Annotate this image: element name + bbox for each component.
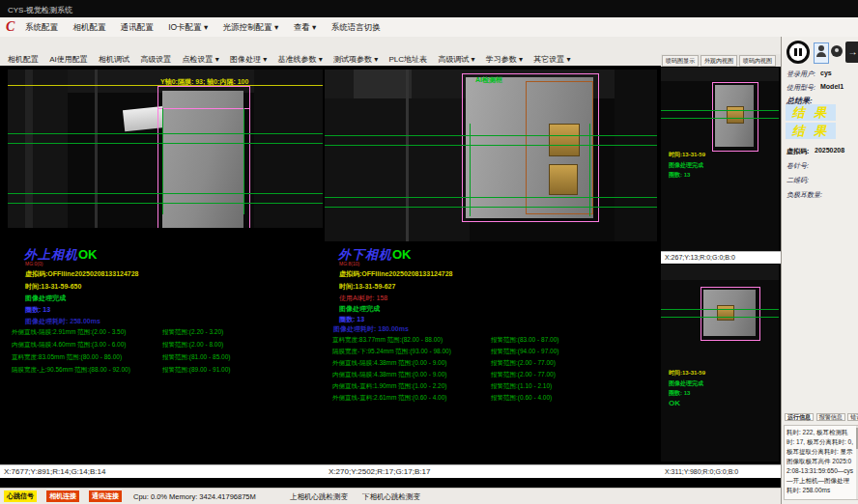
ruler-label: Y轴0:隔膜: 93; 轴0:内隔: 100 — [160, 77, 248, 87]
left-camera-status-line: X:7677;Y:891;R:14;G:14;B:14 — [0, 464, 327, 478]
side-top-line-1: 图像处理完成 — [669, 161, 703, 170]
log-tabs: 运行信息 报警信息 错误信息 — [785, 413, 858, 422]
result-badge-2: 结 果 — [786, 123, 836, 139]
result-badge-1: 结 果 — [786, 104, 836, 121]
model-value: Model1 — [820, 83, 844, 90]
tool-plc-address[interactable]: PLC地址表 — [388, 55, 427, 64]
side-tab-2[interactable]: 外观内视图 — [701, 55, 737, 67]
camera-connect-badge: 相机连接 — [46, 490, 79, 502]
user-login-button[interactable] — [814, 42, 829, 64]
menu-system-config[interactable]: 系统配置 — [25, 22, 58, 32]
menu-items: 系统配置 相机配置 通讯配置 IO卡配置 ▾ 光源控制配置 ▾ 查看 ▾ 系统语… — [25, 22, 393, 34]
comm-connect-badge: 通讯连接 — [89, 490, 122, 502]
qr-code-label: 二维码: — [786, 176, 809, 185]
lower-meas-1: 直料宽度:83.77mm 范围:(82.00 - 88.00) — [332, 336, 443, 345]
side-tab-3[interactable]: 喷码内视图 — [739, 55, 776, 67]
left-meas-2: 内侧直线-隔膜:4.60mm 范围:(3.00 - 6.00) — [12, 341, 126, 350]
log-tab-error[interactable]: 错误信息 — [847, 413, 858, 421]
menu-bar: C 系统配置 相机配置 通讯配置 IO卡配置 ▾ 光源控制配置 ▾ 查看 ▾ 系… — [0, 17, 858, 38]
log-tab-run[interactable]: 运行信息 — [785, 413, 814, 421]
model-label: 使用型号: — [786, 83, 815, 93]
lower-camera-image[interactable]: AI检测框 — [325, 70, 657, 241]
user-icon — [818, 45, 824, 51]
left-barcode: 虚拟码:OFFIline20250208133124728 — [25, 269, 139, 279]
lower-alarm-2: 报警范围:(94.00 - 97.00) — [491, 348, 558, 356]
tool-spot-check[interactable]: 点检设置 ▾ — [183, 55, 219, 64]
tool-test-params[interactable]: 测试项参数 ▾ — [333, 55, 378, 64]
upper-cam-heartbeat-text: 上相机心跳检测变 — [290, 492, 348, 502]
window-title: CYS-视觉检测系统 — [8, 5, 72, 15]
left-alarm-3: 报警范围:(81.00 - 85.00) — [162, 353, 230, 362]
side-top-status-line: X:267;Y:13;R:0;G:0;B:0 — [661, 251, 783, 264]
tab-blob-2 — [549, 164, 578, 195]
lower-meas-5: 内侧直线-直料:1.90mm 范围:(1.00 - 2.20) — [332, 382, 446, 391]
menu-io-config[interactable]: IO卡配置 ▾ — [168, 22, 208, 32]
lower-meas-4: 内侧直线-隔膜:4.38mm 范围:(0.00 - 9.00) — [332, 371, 446, 379]
roi-outline-pink-top — [157, 86, 250, 109]
lower-camera-status-line: X:270;Y:2502;R:17;G:17;B:17 — [325, 464, 661, 478]
tool-other-settings[interactable]: 其它设置 ▾ — [533, 55, 570, 64]
ai-box-label: AI检测框 — [475, 75, 502, 85]
neg-tab-count-label: 负极耳数量: — [786, 190, 822, 200]
lower-camera-result: OK — [392, 247, 412, 262]
left-camera-result: OK — [78, 247, 98, 262]
side-bottom-time: 时间:13-31-59 — [669, 369, 705, 378]
title-bar: CYS-视觉检测系统 — [0, 0, 858, 17]
left-meas-4: 隔膜宽度-上:90.56mm 范围:(88.00 - 92.00) — [12, 366, 130, 375]
left-alarm-1: 报警范围:(2.20 - 3.20) — [162, 328, 223, 337]
tool-ai-use-config[interactable]: AI使用配置 — [49, 55, 88, 64]
pause-button[interactable] — [786, 41, 810, 64]
lower-alarm-4: 报警范围:(2.00 - 77.00) — [491, 371, 556, 379]
menu-light-config[interactable]: 光源控制配置 ▾ — [223, 22, 279, 32]
left-time: 时间:13-31-59-650 — [25, 282, 81, 292]
app-window: CYS-视觉检测系统 C 系统配置 相机配置 通讯配置 IO卡配置 ▾ 光源控制… — [0, 0, 858, 504]
bottom-status-bar: 心跳信号 相机连接 通讯连接 Cpu: 0.0% Memory: 3424.41… — [0, 488, 781, 504]
tool-camera-debug[interactable]: 相机调试 — [99, 55, 129, 64]
log-tab-alarm[interactable]: 报警信息 — [816, 413, 845, 421]
side-view-bottom-image[interactable]: 时间:13-31-59 图像处理完成 圈数: 13 OK — [661, 265, 779, 462]
left-process-time: 图像处理耗时: 258.00ms — [25, 317, 100, 326]
lower-barcode: 虚拟码:OFFIline20250208133124728 — [339, 269, 453, 279]
lower-process-done: 图像处理完成 — [339, 304, 380, 314]
menu-view[interactable]: 查看 ▾ — [294, 22, 317, 32]
tool-baseline-params[interactable]: 基准线参数 ▾ — [277, 55, 322, 64]
operator-icon — [831, 45, 843, 57]
menu-comm-config[interactable]: 通讯配置 — [121, 22, 154, 32]
left-turns: 圈数: 13 — [25, 305, 50, 315]
left-camera-name: 外上相机 — [24, 247, 78, 262]
left-process-done: 图像处理完成 — [25, 294, 66, 303]
side-bottom-status-line: X:311;Y:980;R:0;G:0;B:0 — [661, 464, 783, 478]
side-top-time: 时间:13-31-59 — [669, 151, 705, 159]
side-view-tabs: 喷码图显示 外观内视图 喷码内视图 — [661, 54, 781, 67]
lower-alarm-6: 报警范围:(0.60 - 4.00) — [491, 394, 552, 403]
tool-learning-params[interactable]: 学习参数 ▾ — [486, 55, 523, 64]
user-label: 登录用户: — [786, 70, 815, 79]
menu-language-switch[interactable]: 系统语言切换 — [331, 22, 381, 32]
left-meas-1: 外侧直线-隔膜:2.91mm 范围:(2.00 - 3.50) — [12, 328, 126, 337]
tool-camera-config[interactable]: 相机配置 — [8, 55, 39, 64]
lower-meas-2: 隔膜宽度-下:95.24mm 范围:(93.00 - 98.00) — [332, 348, 451, 356]
left-camera-image[interactable]: Y轴0:隔膜: 93; 轴0:内隔: 100 — [8, 70, 323, 228]
lower-camera-sublabel: MG:8(10) — [339, 261, 359, 266]
left-camera-sublabel: MG:0(0) — [25, 261, 43, 266]
log-box[interactable]: 耗时: 222, 极耳检测耗时: 17, 极耳分离耗时: 0, 极耳提取分离耗时… — [784, 425, 858, 500]
pause-icon — [786, 41, 810, 64]
toolbar: 相机配置 AI使用配置 相机调试 高级设置 点检设置 ▾ 图像处理 ▾ 基准线参… — [8, 54, 579, 65]
cpu-memory-text: Cpu: 0.0% Memory: 3424.41796875M — [133, 492, 256, 501]
side-bottom-line-1: 图像处理完成 — [669, 379, 703, 388]
side-top-line-2: 圈数: 13 — [669, 171, 690, 180]
menu-camera-config[interactable]: 相机配置 — [72, 22, 105, 32]
side-tab-1[interactable]: 喷码图显示 — [662, 55, 699, 67]
virtual-code-value: 20250208 — [815, 147, 844, 154]
tool-advanced-debug[interactable]: 高级调试 ▾ — [438, 55, 474, 64]
tool-advanced-settings[interactable]: 高级设置 — [140, 55, 171, 64]
left-alarm-4: 报警范围:(89.00 - 91.00) — [162, 366, 230, 375]
heartbeat-badge: 心跳信号 — [4, 490, 37, 502]
exit-button[interactable]: → — [845, 42, 858, 63]
side-view-top-image[interactable]: 时间:13-31-59 图像处理完成 圈数: 13 — [661, 68, 779, 251]
app-logo-icon: C — [6, 19, 14, 35]
operator-button[interactable] — [830, 42, 844, 62]
lower-meas-3: 外侧直线-隔膜:4.38mm 范围:(0.00 - 9.00) — [332, 359, 446, 368]
tool-image-processing[interactable]: 图像处理 ▾ — [230, 55, 267, 64]
lower-camera-name: 外下相机 — [338, 247, 392, 262]
